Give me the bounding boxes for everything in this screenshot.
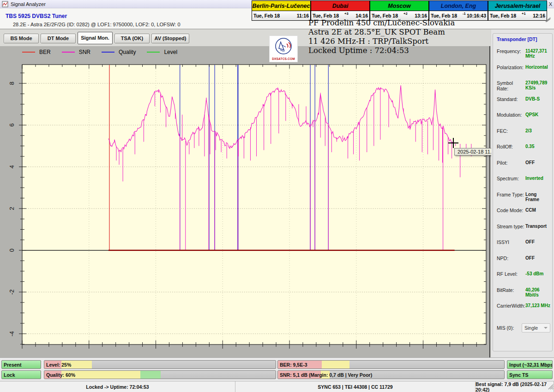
transponder-panel: Transponder [DT] Frequency:11427,371 MHz… [491,30,554,357]
chart-legend: BERSNRQualityLevel [22,49,177,55]
clock-time-row: Tue, Feb 18+112:16 [488,11,547,20]
legend-label: SNR [79,49,90,55]
clock-cell: DubaiTue, Feb 18+314:16 [311,0,370,21]
transponder-row: ISSYIOFF [497,239,550,255]
clock-utc-offset: +1 [522,12,526,16]
clock-time-row: Tue, Feb 1811:16 [252,11,310,20]
bar-input: Input (~32,31 Mbps) [507,360,553,369]
status-bar: Locked -> Uptime: 72:04:53SYNC 653 | TEI… [0,381,554,392]
tab-dt-mode[interactable]: DT Mode [41,34,76,43]
bar-label: Lock [4,371,15,379]
annotation-line: Locked Uptime : 72:04:53 [308,46,455,55]
bar-level: Level: 25% [44,360,276,369]
bar-ber: BER: 9,5E-3 [277,360,505,369]
clock-time: 10:16:43 [467,13,486,18]
svg-text:0: 0 [8,249,15,252]
annotation-line: 11 426 MHz-H : TRP/TalkSport [308,37,455,46]
clock-time: 14:16 [355,13,368,18]
clock-city: Berlin-Paris-Lučenec [252,1,310,11]
transponder-value: Transport [525,224,547,229]
resize-grip-icon[interactable] [548,383,554,392]
legend-item: Quality [102,49,136,55]
transponder-row: Polarization:Horizontal [497,65,550,81]
device-name: TBS 5925 DVBS2 Tuner [6,13,67,19]
transponder-row: BitRate:40,206 Mbit/s [497,287,550,303]
satellite-dish-icon [273,36,294,57]
bar-lock: Lock [1,370,41,379]
tab-signal-mon-[interactable]: Signal Mon. [78,32,113,44]
legend-swatch [22,52,35,53]
transponder-value: 37,123 MHz [525,303,550,308]
clock-utc-offset: +2 [403,12,408,16]
transponder-row: RollOff:0.35 [497,144,550,160]
bar-snr: SNR: 5,1 dB (Margin: 0,7 dB | Very Poor) [277,370,505,379]
dxsatcs-logo: DXSATCS.COM [269,36,298,62]
clock-date: Tue, Feb 18 [431,13,457,18]
transponder-value: 40,206 Mbit/s [525,287,550,297]
transponder-value: DVB-S [525,96,540,101]
mis-label: MIS (0): [497,325,514,331]
transponder-label: NPD: [497,255,525,261]
transponder-row: Pilot:OFF [497,160,550,176]
tab-bs-mode[interactable]: BS Mode [4,34,39,43]
clock-city: Dubai [311,1,369,11]
transponder-group: Transponder [DT] Frequency:11427,371 MHz… [493,33,553,351]
svg-text:4: 4 [8,165,15,168]
clock-city: Moscow [370,1,428,11]
transponder-row: Frequency:11427,371 MHz [497,48,550,65]
transponder-row: Code Mode:CCM [497,208,550,224]
bar-label: Quality: 60% [46,371,75,379]
transponder-label: RollOff: [497,144,525,149]
app-icon [2,1,8,7]
transponder-label: ISSYI [497,239,525,245]
tab-tsa-ok-[interactable]: TSA (OK) [114,34,150,43]
transponder-row: RF Level:-53 dBm [497,271,550,287]
transponder-label: RF Level: [497,271,525,277]
tuning-info: 28.2E - Astra 2E/2F/2G (ID: 0282) @ LOF1… [13,22,181,27]
clock-date: Tue, Feb 18 [253,13,280,18]
transponder-label: Modulation: [497,112,525,118]
clocks-close-button[interactable]: X [548,1,554,7]
bar-present: Present [1,360,41,369]
clock-cell: Berlin-Paris-LučenecTue, Feb 1811:16 [252,0,311,21]
clocks-edit-icon[interactable] [544,16,551,25]
status-section: SYNC 653 | TEI 44308 | CC 11729 [235,381,476,392]
legend-label: Quality [119,49,136,55]
transponder-label: Frame Type: [497,192,525,197]
clock-cell: London, EngTue, Feb 18-110:16:43 [429,0,488,21]
legend-label: Level [164,49,177,55]
svg-text:-2: -2 [8,289,15,295]
legend-label: BER [39,49,51,55]
clock-time: 12:16 [533,13,545,18]
signal-chart[interactable]: 86420-2-4 [0,60,490,357]
svg-text:2: 2 [8,207,15,210]
status-section: Best signal: 7,9 dB (2025-02-17 20:42) [476,381,554,392]
bar-label: Present [4,361,22,368]
chart-panel: BERSNRQualityLevel 86420-2-4 [0,46,490,357]
transponder-value: 27499,789 KS/s [525,80,550,90]
transponder-row: Standard:DVB-S [497,96,550,113]
clock-date: Tue, Feb 18 [372,13,398,18]
clock-time: 13:16 [415,13,427,18]
bar-sync: Sync TS [507,370,553,379]
mis-dropdown[interactable]: Single [522,323,550,333]
transponder-value: OFF [525,255,535,261]
svg-text:-4: -4 [8,331,15,337]
clock-date: Tue, Feb 18 [490,13,516,18]
transponder-row: CarrierWidth:37,123 MHz [497,303,550,319]
legend-swatch [62,52,75,53]
transponder-value: Inverted [525,176,543,181]
world-clocks: Berlin-Paris-LučenecTue, Feb 1811:16Duba… [252,0,547,21]
legend-item: BER [22,49,51,55]
bar-label: Level: 25% [46,361,71,368]
legend-swatch [147,52,160,53]
svg-text:6: 6 [8,124,15,127]
transponder-row: Symbol Rate:27499,789 KS/s [497,80,550,96]
transponder-label: Standard: [497,96,525,102]
transponder-row: Spectrum:Inverted [497,176,550,192]
bar-segment [140,371,161,379]
transponder-value: -53 dBm [525,271,543,276]
clock-utc-offset: +3 [344,12,349,16]
tab-av-stopped-[interactable]: AV (Stopped) [151,34,189,43]
annotation-line: Astra 2E at 28.5°E_UK SPOT Beam [308,28,455,37]
